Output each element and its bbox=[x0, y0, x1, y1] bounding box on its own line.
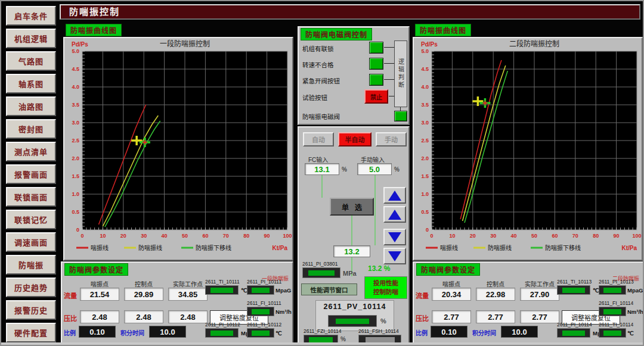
performance-status-box: 投用性能 控制防喘 bbox=[364, 276, 407, 299]
tag-value-2611_TI_10114 bbox=[599, 328, 626, 338]
params-panel-title: 防喘阀参数设定 bbox=[64, 263, 128, 276]
pressure-value-display bbox=[302, 267, 340, 278]
manual-input-field[interactable]: 5.0 bbox=[357, 163, 392, 175]
params-panel-title: 防喘阀参数设定 bbox=[416, 263, 480, 276]
speed-label: 转速不合格 bbox=[302, 60, 334, 69]
sidebar-item-7[interactable]: 测点清单 bbox=[6, 142, 56, 161]
tag-label-2611_TI_10113: 2611_TI_10113 bbox=[557, 279, 592, 285]
decrease-fast-button[interactable] bbox=[383, 248, 406, 264]
svg-text:0: 0 bbox=[76, 227, 79, 233]
column-header-2: 控制点 bbox=[124, 279, 163, 288]
p-gain-field[interactable]: 0.10 bbox=[431, 326, 467, 338]
up-arrow-icon bbox=[388, 191, 401, 201]
svg-text:防喘振线: 防喘振线 bbox=[488, 244, 512, 251]
param-field-r1c3[interactable]: 27.90 bbox=[520, 288, 559, 301]
sidebar-item-9[interactable]: 联锁画面 bbox=[6, 187, 56, 207]
i-time-field[interactable]: 10.0 bbox=[149, 326, 186, 338]
decrease-slow-button[interactable] bbox=[383, 229, 406, 245]
sidebar-item-10[interactable]: 联锁记忆 bbox=[6, 210, 56, 229]
value-bar bbox=[210, 288, 233, 293]
param-field-r2c3[interactable]: 2.77 bbox=[520, 310, 559, 323]
pv-value-display bbox=[328, 315, 377, 327]
value-bar bbox=[309, 337, 332, 342]
sidebar-item-12[interactable]: 防喘振 bbox=[6, 255, 56, 275]
svg-text:40: 40 bbox=[511, 233, 517, 239]
param-field-r1c2[interactable]: 29.89 bbox=[124, 288, 163, 301]
value-bar bbox=[336, 319, 369, 324]
param-field-r2c1[interactable]: 2.48 bbox=[80, 310, 119, 323]
interlock-label: 机组有联锁 bbox=[302, 44, 334, 53]
param-field-r2c3[interactable]: 2.48 bbox=[168, 310, 208, 323]
hmi-screen: 启车条件机组逻辑气路图轴系图油路图密封图测点清单报警画面联锁画面联锁记忆调速画面… bbox=[0, 0, 644, 346]
sidebar-item-11[interactable]: 调速画面 bbox=[6, 232, 56, 252]
increase-fast-button[interactable] bbox=[383, 187, 406, 204]
sidebar-item-8[interactable]: 报警画面 bbox=[6, 164, 56, 184]
right-chart-section-label: 防喘振曲线图 bbox=[415, 24, 471, 36]
param-field-r1c3[interactable]: 34.85 bbox=[168, 288, 208, 301]
tag-label-2611_TI_10112: 2611_TI_10112 bbox=[247, 322, 281, 328]
sidebar-item-1[interactable]: 启车条件 bbox=[6, 6, 56, 26]
pressure-tag-label: 2611_PI_03801 bbox=[302, 261, 338, 267]
increase-slow-button[interactable] bbox=[383, 206, 406, 223]
sidebar-item-14[interactable]: 报警历史 bbox=[6, 300, 56, 320]
column-header-3: 实际工作点 bbox=[168, 279, 208, 288]
i-time-label: 积分时间 bbox=[120, 328, 144, 337]
setpoint-field[interactable]: 13.2 bbox=[333, 245, 370, 257]
sidebar-item-3[interactable]: 气路图 bbox=[6, 51, 56, 71]
tag-label-2611_PI_10114: 2611_PI_10114 bbox=[557, 322, 592, 328]
param-field-r2c1[interactable]: 2.77 bbox=[432, 310, 471, 323]
speed-indicator bbox=[369, 58, 383, 70]
param-field-r2c2[interactable]: 2.48 bbox=[124, 310, 163, 323]
p-gain-field[interactable]: 0.10 bbox=[79, 326, 116, 338]
value-bar bbox=[210, 331, 233, 336]
sidebar-item-4[interactable]: 轴系图 bbox=[6, 74, 56, 93]
i-time-field[interactable]: 10.0 bbox=[501, 326, 538, 338]
value-bar bbox=[252, 288, 270, 293]
param-field-r1c1[interactable]: 21.54 bbox=[80, 288, 119, 301]
sidebar-item-13[interactable]: 历史趋势 bbox=[6, 278, 56, 297]
tag-label-2611_FI_10111: 2611_FI_10111 bbox=[247, 300, 281, 306]
fzi-tag-label: 2611_FZI_10114 bbox=[304, 328, 341, 334]
sidebar-item-6[interactable]: 密封图 bbox=[6, 119, 56, 139]
param-field-r1c1[interactable]: 20.34 bbox=[432, 288, 471, 301]
manual-mode-button[interactable]: 手动 bbox=[376, 132, 407, 146]
svg-text:二段防喘振控制: 二段防喘振控制 bbox=[509, 39, 559, 48]
bottom-frame bbox=[1, 342, 643, 345]
svg-text:0.5: 0.5 bbox=[421, 209, 429, 215]
tag-value-2611_FI_10114 bbox=[599, 307, 626, 316]
wire bbox=[384, 63, 394, 64]
svg-text:4.5: 4.5 bbox=[72, 66, 79, 72]
auto-mode-button[interactable]: 自动 bbox=[303, 132, 334, 146]
row-label-流量: 流量 bbox=[416, 291, 429, 300]
sidebar-item-5[interactable]: 油路图 bbox=[6, 96, 56, 116]
stage2-surge-chart: 二段防喘振控制Pd/Ps5.04.54.03.53.02.52.01.51.00… bbox=[414, 38, 642, 260]
svg-text:100: 100 bbox=[283, 233, 292, 239]
tag-unit-2611_FI_10114: Nm³/h bbox=[627, 308, 643, 315]
down-arrow-icon bbox=[388, 251, 401, 261]
param-field-r2c2[interactable]: 2.77 bbox=[476, 310, 515, 323]
performance-window-button[interactable]: 性能调节窗口 bbox=[301, 283, 357, 295]
svg-text:50: 50 bbox=[182, 233, 188, 239]
sidebar-item-2[interactable]: 机组逻辑 bbox=[6, 29, 56, 48]
signal-line bbox=[321, 175, 323, 198]
svg-text:1.0: 1.0 bbox=[421, 191, 429, 197]
tag-unit-2611_TI_10112: ℃ bbox=[275, 330, 282, 336]
fc-input-unit: % bbox=[342, 166, 347, 173]
select-button[interactable]: 单选 bbox=[330, 198, 374, 216]
test-disable-button[interactable]: 禁止 bbox=[364, 89, 388, 104]
fc-input-field[interactable]: 13.1 bbox=[305, 163, 339, 175]
tag-unit-2611_PI_10111: MpaG bbox=[275, 287, 291, 294]
sidebar-item-15[interactable]: 硬件配置 bbox=[6, 323, 56, 342]
semi-auto-mode-button[interactable]: 半自动 bbox=[338, 132, 371, 146]
interlock-indicator bbox=[369, 42, 383, 54]
tag-label-2611_PI_10111: 2611_PI_10111 bbox=[247, 279, 281, 285]
page-title: 防喘振控制 bbox=[60, 4, 640, 20]
param-field-r1c2[interactable]: 22.98 bbox=[476, 288, 515, 301]
svg-text:0: 0 bbox=[80, 233, 83, 239]
value-bar bbox=[308, 270, 334, 276]
svg-text:90: 90 bbox=[614, 233, 620, 239]
svg-text:3.0: 3.0 bbox=[421, 120, 429, 126]
svg-text:3.0: 3.0 bbox=[72, 120, 79, 126]
svg-text:喘振线: 喘振线 bbox=[91, 244, 109, 251]
tag-value-2611_PI_10112 bbox=[205, 328, 239, 338]
